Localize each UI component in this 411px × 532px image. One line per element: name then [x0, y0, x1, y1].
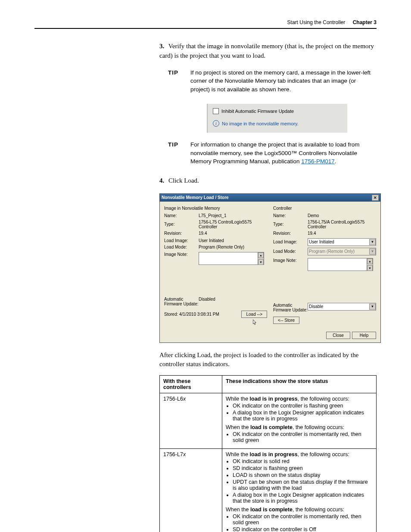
right-revision-label: Revision:: [273, 231, 308, 236]
close-button[interactable]: Close: [326, 332, 350, 339]
right-afw-label: Automatic Firmware Update:: [273, 303, 308, 312]
left-name-value: L75_Project_1: [199, 213, 267, 218]
chevron-down-icon[interactable]: ▼: [369, 239, 376, 245]
stored-timestamp: Stored: 4/1/2010 3:08:31 PM: [164, 312, 219, 317]
step-3: 3. Verify that the image in nonvolatile …: [159, 42, 377, 61]
controller-panel: Controller Name:Demo Type:1756-L75/A Con…: [273, 206, 376, 326]
right-revision-value: 19.4: [308, 231, 376, 236]
left-revision-value: 19.4: [199, 231, 267, 236]
controller-cell: 1756-L6x: [160, 393, 222, 449]
scroll-up-icon[interactable]: ▲: [258, 252, 264, 258]
page-header: Start Using the Controller Chapter 3: [34, 19, 377, 29]
header-chapter-label: Chapter 3: [353, 19, 377, 25]
tip-2-text: For information to change the project th…: [190, 140, 377, 166]
left-loadmode-label: Load Mode:: [164, 245, 199, 249]
tip-1-text: If no project is stored on the memory ca…: [190, 68, 377, 94]
table-row: 1756-L7xWhile the load is in progress, t…: [160, 449, 377, 532]
after-load-paragraph: After clicking Load, the project is load…: [159, 351, 377, 370]
load-button[interactable]: Load -->: [241, 311, 267, 318]
table-row: 1756-L6xWhile the load is in progress, t…: [160, 393, 377, 449]
step-3-number: 3.: [159, 43, 164, 50]
left-panel-header: Image in Nonvolatile Memory: [164, 206, 267, 211]
right-loadmode-label: Load Mode:: [273, 249, 308, 254]
step-3-text: Verify that the image in nonvolatile mem…: [159, 43, 374, 59]
tip-1-label: TIP: [168, 68, 190, 94]
right-name-label: Name:: [273, 213, 308, 218]
indications-cell: While the load is in progress, the follo…: [222, 449, 377, 532]
step-4: 4. Click Load.: [159, 176, 377, 186]
table-header-controllers: With these controllers: [160, 376, 222, 393]
dialog-titlebar: Nonvolatile Memory Load / Store ✕: [160, 194, 380, 202]
left-loadmode-value: Program (Remote Only): [199, 245, 267, 249]
table-header-indications: These indications show the store status: [222, 376, 377, 393]
scroll-down-icon[interactable]: ▼: [367, 265, 373, 271]
image-in-nvm-panel: Image in Nonvolatile Memory Name:L75_Pro…: [164, 206, 267, 326]
scroll-down-icon[interactable]: ▼: [258, 259, 264, 265]
right-afw-select[interactable]: Disable▼: [308, 303, 376, 311]
right-type-label: Type:: [273, 222, 308, 227]
right-imagenote-label: Image Note:: [273, 258, 308, 263]
indications-cell: While the load is in progress, the follo…: [222, 393, 377, 449]
nonvolatile-memory-dialog: Nonvolatile Memory Load / Store ✕ Image …: [159, 193, 381, 343]
no-image-message: No image in the nonvolatile memory.: [222, 121, 299, 126]
header-title: Start Using the Controller: [287, 19, 346, 25]
left-type-label: Type:: [164, 222, 199, 227]
step-4-number: 4.: [159, 177, 164, 184]
close-icon[interactable]: ✕: [372, 195, 379, 201]
left-imagenote-label: Image Note:: [164, 252, 199, 257]
left-afw-value: Disabled: [199, 297, 267, 302]
no-image-snippet: Inhibit Automatic Firmware Update i No i…: [207, 104, 347, 133]
chevron-down-icon: ▼: [369, 249, 376, 255]
cursor-icon: [253, 320, 257, 326]
controller-cell: 1756-L7x: [160, 449, 222, 532]
left-revision-label: Revision:: [164, 231, 199, 236]
store-button[interactable]: <-- Store: [273, 317, 299, 324]
right-loadimage-select[interactable]: User Initiated▼: [308, 238, 376, 246]
tip-block-1: TIP If no project is stored on the memor…: [168, 68, 377, 94]
dialog-title: Nonvolatile Memory Load / Store: [162, 195, 229, 200]
right-loadimage-label: Load Image:: [273, 240, 308, 244]
left-name-label: Name:: [164, 213, 199, 218]
left-afw-label: Automatic Firmware Update:: [164, 297, 199, 306]
help-button[interactable]: Help: [352, 332, 376, 339]
tip-2-label: TIP: [168, 140, 190, 166]
right-loadmode-select: Program (Remote Only)▼: [308, 248, 376, 255]
scroll-up-icon[interactable]: ▲: [367, 258, 373, 264]
inhibit-checkbox-label: Inhibit Automatic Firmware Update: [221, 109, 294, 114]
right-type-value: 1756-L75/A ControlLogix5575 Controller: [308, 220, 376, 229]
tip-block-2: TIP For information to change the projec…: [168, 140, 377, 166]
step-4-text: Click Load.: [168, 177, 199, 184]
right-name-value: Demo: [308, 213, 376, 218]
left-type-value: 1756-L75 ControlLogix5575 Controller: [199, 220, 267, 229]
left-loadimage-value: User Initiated: [199, 238, 267, 243]
info-icon: i: [213, 120, 219, 127]
inhibit-checkbox[interactable]: [213, 108, 219, 114]
publication-link[interactable]: 1756-PM017: [301, 158, 334, 165]
chevron-down-icon[interactable]: ▼: [369, 304, 376, 310]
status-table: With these controllers These indications…: [159, 375, 377, 532]
right-panel-header: Controller: [273, 206, 376, 211]
left-imagenote-textarea[interactable]: ▲▼: [199, 252, 264, 265]
right-imagenote-textarea[interactable]: ▲▼: [308, 258, 373, 271]
left-loadimage-label: Load Image:: [164, 238, 199, 243]
